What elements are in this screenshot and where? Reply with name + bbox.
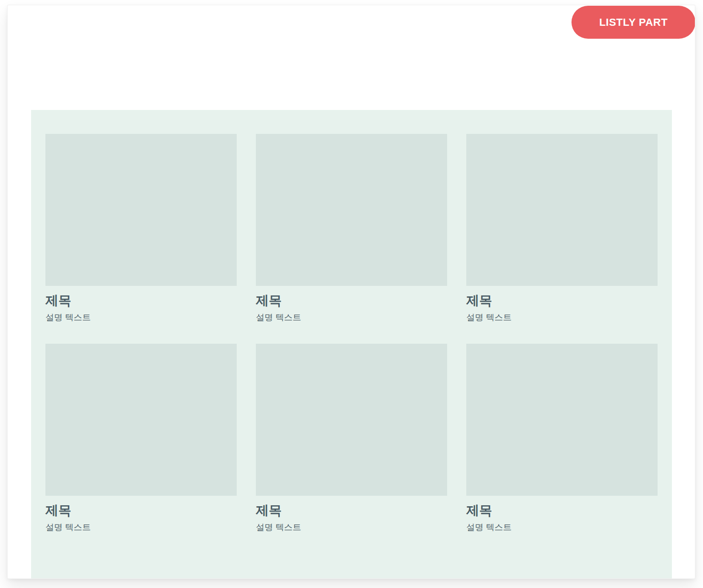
thumbnail-placeholder	[256, 134, 447, 286]
list-item[interactable]: 제목 설명 텍스트	[466, 344, 658, 533]
list-item[interactable]: 제목 설명 텍스트	[466, 134, 658, 323]
card-description: 설명 텍스트	[256, 313, 447, 323]
thumbnail-placeholder	[45, 134, 237, 286]
cards-section: 제목 설명 텍스트 제목 설명 텍스트 제목 설명 텍스트 제목 설명 텍스트	[31, 110, 672, 579]
card-title: 제목	[466, 294, 658, 308]
card-description: 설명 텍스트	[466, 313, 658, 323]
card-title: 제목	[45, 294, 237, 308]
card-title: 제목	[45, 503, 237, 518]
card-description: 설명 텍스트	[466, 523, 658, 533]
card-title: 제목	[466, 503, 658, 518]
thumbnail-placeholder	[466, 134, 658, 286]
card-description: 설명 텍스트	[45, 523, 237, 533]
brand-badge: LISTLY PART	[571, 6, 695, 39]
card-description: 설명 텍스트	[45, 313, 237, 323]
card-title: 제목	[256, 503, 447, 518]
page-card: LISTLY PART 제목 설명 텍스트 제목 설명 텍스트 제목 설명 텍스…	[7, 5, 695, 579]
list-item[interactable]: 제목 설명 텍스트	[45, 344, 237, 533]
thumbnail-placeholder	[466, 344, 658, 496]
thumbnail-placeholder	[45, 344, 237, 496]
list-item[interactable]: 제목 설명 텍스트	[45, 134, 237, 323]
card-title: 제목	[256, 294, 447, 308]
card-description: 설명 텍스트	[256, 523, 447, 533]
thumbnail-placeholder	[256, 344, 447, 496]
list-item[interactable]: 제목 설명 텍스트	[256, 134, 447, 323]
list-item[interactable]: 제목 설명 텍스트	[256, 344, 447, 533]
card-grid: 제목 설명 텍스트 제목 설명 텍스트 제목 설명 텍스트 제목 설명 텍스트	[45, 134, 658, 533]
